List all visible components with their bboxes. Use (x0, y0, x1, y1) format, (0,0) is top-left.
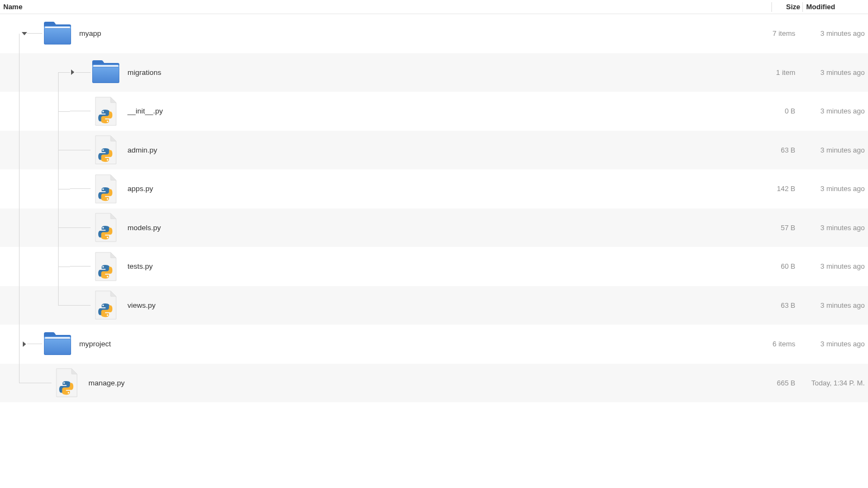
name-cell[interactable]: views.py (0, 286, 767, 325)
size-value: 7 items (767, 29, 797, 37)
name-cell[interactable]: myproject (0, 325, 767, 364)
file-row[interactable]: admin.py63 B3 minutes ago (0, 131, 868, 170)
size-value: 142 B (767, 185, 797, 193)
disclosure-triangle-collapsed[interactable] (22, 341, 27, 347)
modified-value: 3 minutes ago (797, 29, 868, 37)
size-value: 0 B (767, 107, 797, 115)
name-cell[interactable]: tests.py (0, 247, 767, 286)
item-name[interactable]: __init__.py (127, 107, 163, 115)
folder-icon (42, 18, 73, 49)
chevron-right-icon (71, 69, 74, 75)
modified-value: 3 minutes ago (797, 301, 868, 309)
modified-value: 3 minutes ago (797, 68, 868, 77)
name-cell[interactable]: models.py (0, 208, 767, 248)
modified-value: 3 minutes ago (797, 107, 868, 115)
file-tree: myapp7 items3 minutes agomigrations1 ite… (0, 14, 868, 402)
size-value: 1 item (767, 68, 797, 77)
item-name[interactable]: views.py (127, 301, 156, 309)
column-header-modified[interactable]: Modified (803, 3, 868, 11)
item-name[interactable]: apps.py (127, 185, 153, 193)
item-name[interactable]: migrations (127, 68, 161, 77)
name-cell[interactable]: admin.py (0, 131, 767, 170)
item-name[interactable]: myproject (79, 340, 111, 348)
column-header-size[interactable]: Size (772, 3, 802, 11)
item-name[interactable]: tests.py (127, 262, 153, 270)
modified-value: 3 minutes ago (797, 146, 868, 154)
item-name[interactable]: admin.py (127, 146, 157, 154)
folder-row[interactable]: myapp7 items3 minutes ago (0, 14, 868, 53)
size-value: 6 items (767, 340, 797, 348)
size-value: 665 B (767, 379, 797, 387)
folder-icon (42, 329, 73, 359)
file-row[interactable]: manage.py665 BToday, 1:34 P. M. (0, 364, 868, 403)
item-name[interactable]: manage.py (88, 379, 125, 387)
modified-value: 3 minutes ago (797, 185, 868, 193)
file-row[interactable]: apps.py142 B3 minutes ago (0, 169, 868, 208)
size-value: 63 B (767, 146, 797, 154)
file-row[interactable]: tests.py60 B3 minutes ago (0, 247, 868, 286)
python-file-icon (91, 96, 121, 126)
size-value: 57 B (767, 224, 797, 232)
chevron-down-icon (22, 32, 27, 35)
name-cell[interactable]: migrations (0, 53, 767, 92)
column-header-row: Name Size Modified (0, 0, 868, 14)
file-row[interactable]: views.py63 B3 minutes ago (0, 286, 868, 325)
file-row[interactable]: models.py57 B3 minutes ago (0, 208, 868, 248)
modified-value: 3 minutes ago (797, 340, 868, 348)
python-file-icon (91, 212, 121, 243)
size-value: 63 B (767, 301, 797, 309)
name-cell[interactable]: __init__.py (0, 92, 767, 131)
file-row[interactable]: __init__.py0 B3 minutes ago (0, 92, 868, 131)
item-name[interactable]: models.py (127, 224, 161, 232)
folder-row[interactable]: myproject6 items3 minutes ago (0, 325, 868, 364)
name-cell[interactable]: manage.py (0, 364, 767, 403)
disclosure-triangle-collapsed[interactable] (70, 69, 75, 75)
name-cell[interactable]: myapp (0, 14, 767, 53)
modified-value: 3 minutes ago (797, 224, 868, 232)
size-value: 60 B (767, 262, 797, 270)
column-header-name[interactable]: Name (0, 3, 771, 11)
modified-value: 3 minutes ago (797, 262, 868, 270)
python-file-icon (91, 135, 121, 165)
python-file-icon (91, 174, 121, 204)
item-name[interactable]: myapp (79, 29, 101, 37)
python-file-icon (91, 251, 121, 282)
python-file-icon (52, 367, 82, 398)
folder-icon (91, 57, 121, 87)
python-file-icon (91, 290, 121, 320)
disclosure-triangle-expanded[interactable] (22, 32, 27, 35)
folder-row[interactable]: migrations1 item3 minutes ago (0, 53, 868, 92)
modified-value: Today, 1:34 P. M. (797, 379, 868, 387)
chevron-right-icon (23, 341, 26, 347)
name-cell[interactable]: apps.py (0, 169, 767, 208)
